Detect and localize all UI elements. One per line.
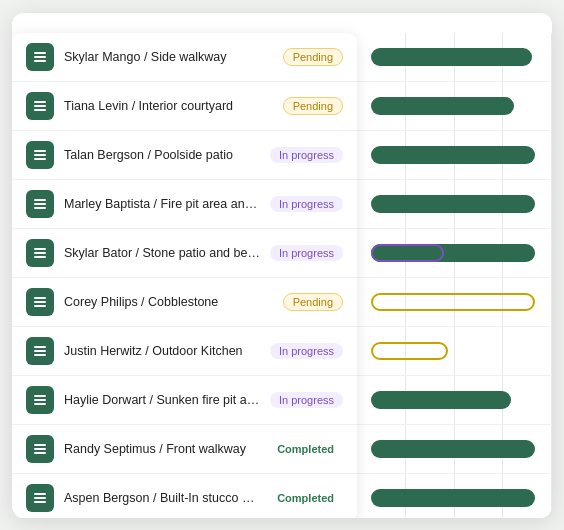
- svg-rect-14: [34, 256, 46, 258]
- svg-rect-10: [34, 203, 46, 205]
- svg-rect-23: [34, 403, 46, 405]
- list-icon: [26, 288, 54, 316]
- svg-rect-4: [34, 105, 46, 107]
- project-row[interactable]: Corey Philips / CobblestonePending: [12, 278, 357, 327]
- svg-rect-5: [34, 109, 46, 111]
- gantt-bar-container: [367, 489, 542, 507]
- svg-rect-26: [34, 452, 46, 454]
- gantt-bar: [371, 244, 445, 262]
- svg-rect-15: [34, 297, 46, 299]
- content-area: Skylar Mango / Side walkwayPendingTiana …: [12, 33, 552, 518]
- project-row[interactable]: Skylar Bator / Stone patio and benchIn p…: [12, 229, 357, 278]
- svg-rect-16: [34, 301, 46, 303]
- row-label: Aspen Bergson / Built-In stucco b...: [64, 491, 258, 505]
- gantt-bar-container: [367, 342, 542, 360]
- gantt-bar-container: [367, 146, 542, 164]
- svg-rect-3: [34, 101, 46, 103]
- list-icon: [26, 43, 54, 71]
- svg-rect-21: [34, 395, 46, 397]
- svg-rect-20: [34, 354, 46, 356]
- gantt-bar: [371, 195, 536, 213]
- list-icon: [26, 190, 54, 218]
- project-row[interactable]: Randy Septimus / Front walkwayCompleted: [12, 425, 357, 474]
- svg-rect-17: [34, 305, 46, 307]
- gantt-bar-row: [357, 33, 552, 82]
- row-label: Talan Bergson / Poolside patio: [64, 148, 260, 162]
- gantt-bar: [371, 146, 536, 164]
- list-icon: [26, 239, 54, 267]
- svg-rect-8: [34, 158, 46, 160]
- svg-rect-18: [34, 346, 46, 348]
- gantt-bar-row: [357, 180, 552, 229]
- project-row[interactable]: Justin Herwitz / Outdoor KitchenIn progr…: [12, 327, 357, 376]
- project-row[interactable]: Aspen Bergson / Built-In stucco b...Comp…: [12, 474, 357, 518]
- gantt-bar-row: [357, 474, 552, 518]
- svg-rect-13: [34, 252, 46, 254]
- list-icon: [26, 386, 54, 414]
- project-row[interactable]: Marley Baptista / Fire pit area and...In…: [12, 180, 357, 229]
- project-row[interactable]: Talan Bergson / Poolside patioIn progres…: [12, 131, 357, 180]
- row-label: Justin Herwitz / Outdoor Kitchen: [64, 344, 260, 358]
- gantt-bar-row: [357, 131, 552, 180]
- gantt-bar-row: [357, 278, 552, 327]
- svg-rect-19: [34, 350, 46, 352]
- svg-rect-6: [34, 150, 46, 152]
- list-icon: [26, 484, 54, 512]
- status-badge: Pending: [283, 48, 343, 66]
- gantt-bar-row: [357, 229, 552, 278]
- project-row[interactable]: Haylie Dorwart / Sunken fire pit ar...In…: [12, 376, 357, 425]
- row-label: Marley Baptista / Fire pit area and...: [64, 197, 260, 211]
- list-icon: [26, 141, 54, 169]
- svg-rect-7: [34, 154, 46, 156]
- gantt-bar-container: [367, 293, 542, 311]
- svg-rect-12: [34, 248, 46, 250]
- gantt-bar-container: [367, 195, 542, 213]
- status-badge: In progress: [270, 196, 343, 212]
- gantt-bar-row: [357, 82, 552, 131]
- gantt-bar-container: [367, 97, 542, 115]
- list-icon: [26, 435, 54, 463]
- list-icon: [26, 92, 54, 120]
- gantt-bar-container: [367, 48, 542, 66]
- status-badge: In progress: [270, 343, 343, 359]
- project-row[interactable]: Skylar Mango / Side walkwayPending: [12, 33, 357, 82]
- gantt-rows: [357, 33, 552, 518]
- svg-rect-9: [34, 199, 46, 201]
- row-label: Randy Septimus / Front walkway: [64, 442, 258, 456]
- row-label: Haylie Dorwart / Sunken fire pit ar...: [64, 393, 260, 407]
- status-badge: Pending: [283, 97, 343, 115]
- svg-rect-11: [34, 207, 46, 209]
- svg-rect-22: [34, 399, 46, 401]
- gantt-bar: [371, 293, 536, 311]
- row-label: Skylar Mango / Side walkway: [64, 50, 273, 64]
- gantt-bar: [371, 440, 536, 458]
- gantt-bar: [371, 391, 511, 409]
- list-icon: [26, 337, 54, 365]
- gantt-bar-container: [367, 244, 542, 262]
- gantt-bar-row: [357, 425, 552, 474]
- row-label: Tiana Levin / Interior courtyard: [64, 99, 273, 113]
- gantt-bar-container: [367, 440, 542, 458]
- row-label: Corey Philips / Cobblestone: [64, 295, 273, 309]
- project-row[interactable]: Tiana Levin / Interior courtyardPending: [12, 82, 357, 131]
- gantt-bar-row: [357, 327, 552, 376]
- svg-rect-2: [34, 60, 46, 62]
- gantt-bar: [371, 48, 532, 66]
- svg-rect-27: [34, 493, 46, 495]
- status-badge: In progress: [270, 147, 343, 163]
- gantt-bar: [371, 342, 448, 360]
- gantt-area: [357, 33, 552, 518]
- main-card: Skylar Mango / Side walkwayPendingTiana …: [12, 13, 552, 518]
- svg-rect-25: [34, 448, 46, 450]
- row-label: Skylar Bator / Stone patio and bench: [64, 246, 260, 260]
- gantt-bar-container: [367, 391, 542, 409]
- svg-rect-28: [34, 497, 46, 499]
- gantt-bar-row: [357, 376, 552, 425]
- svg-rect-0: [34, 52, 46, 54]
- svg-rect-1: [34, 56, 46, 58]
- gantt-bar: [371, 489, 536, 507]
- status-badge: Completed: [268, 490, 343, 506]
- status-badge: Pending: [283, 293, 343, 311]
- status-badge: In progress: [270, 245, 343, 261]
- project-list: Skylar Mango / Side walkwayPendingTiana …: [12, 33, 357, 518]
